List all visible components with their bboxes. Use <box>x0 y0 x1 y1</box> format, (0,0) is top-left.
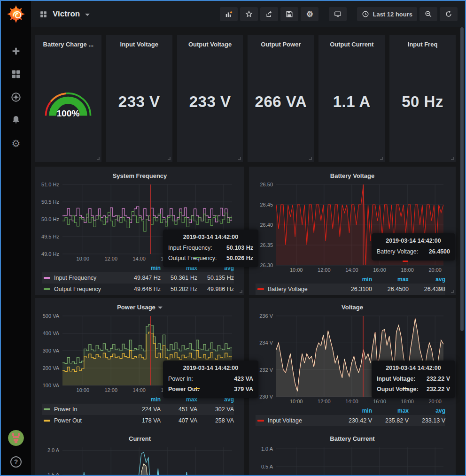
series-swatch <box>403 388 408 389</box>
svg-text:234 V: 234 V <box>259 340 273 345</box>
series-swatch[interactable] <box>44 288 50 290</box>
create-icon[interactable] <box>10 46 22 57</box>
resize-handle[interactable] <box>97 157 100 160</box>
legend-row: Battery Voltage 26.310026.450026.4398 <box>256 284 445 295</box>
panel-title[interactable]: Battery Charge ... <box>35 38 101 50</box>
alerting-bell-icon[interactable] <box>10 115 22 126</box>
legend-row: Input Frequency 49.847 Hz50.361 Hz50.135… <box>42 272 234 284</box>
add-panel-button[interactable] <box>220 7 238 21</box>
series-swatch[interactable] <box>44 277 50 279</box>
time-range-label: Last 12 hours <box>373 11 412 18</box>
explore-icon[interactable] <box>10 92 22 103</box>
svg-text:236 V: 236 V <box>259 313 273 319</box>
configuration-gear-icon[interactable]: ⚙ <box>10 138 22 149</box>
series-label[interactable]: Power In <box>54 406 77 413</box>
series-label[interactable]: Output Frequency <box>54 286 101 292</box>
svg-text:232 V: 232 V <box>259 367 273 373</box>
svg-text:10:00: 10:00 <box>77 387 90 393</box>
tooltip-battery-voltage: 2019-03-14 14:42:00 Battery Voltage:26.4… <box>372 233 455 261</box>
svg-text:51.0 Hz: 51.0 Hz <box>41 182 59 187</box>
stat-value: 266 VA <box>248 50 314 162</box>
panel-title[interactable]: Voltage <box>249 301 456 313</box>
series-label[interactable]: Power Out <box>54 417 82 424</box>
svg-text:26.45: 26.45 <box>260 202 273 207</box>
panel-menu-caret-icon <box>158 307 163 309</box>
panel-battery-current: Battery Current 10:0012:0014:0016:0018:0… <box>249 430 456 475</box>
svg-text:1.0 A: 1.0 A <box>261 446 273 452</box>
panel-title[interactable]: Current <box>35 432 244 445</box>
resize-handle[interactable] <box>380 157 383 160</box>
refresh-button[interactable] <box>440 7 458 21</box>
resize-handle[interactable] <box>451 290 454 293</box>
panel-title[interactable]: System Frequency <box>35 169 244 182</box>
legend-row: Power In 224 VA451 VA302 VA <box>42 404 234 415</box>
resize-handle[interactable] <box>168 157 171 160</box>
svg-text:300 VA: 300 VA <box>43 348 60 353</box>
series-swatch[interactable] <box>257 420 264 422</box>
svg-text:12:00: 12:00 <box>104 256 117 261</box>
legend: minmaxavg Battery Voltage 26.310026.4500… <box>249 274 456 295</box>
svg-text:50.0 Hz: 50.0 Hz <box>41 216 59 222</box>
svg-text:26.35: 26.35 <box>260 242 273 248</box>
svg-text:12:00: 12:00 <box>104 387 117 393</box>
monitor-icon <box>334 10 342 18</box>
panel-title[interactable]: Output Power <box>248 38 314 50</box>
svg-text:10:00: 10:00 <box>77 256 90 261</box>
resize-handle[interactable] <box>238 157 241 160</box>
tv-mode-button[interactable] <box>329 7 347 21</box>
panel-title[interactable]: Output Voltage <box>177 38 243 50</box>
series-label[interactable]: Input Voltage <box>268 417 302 424</box>
resize-handle[interactable] <box>309 157 312 160</box>
settings-button[interactable]: ⚙ <box>301 7 318 21</box>
stat-value: 1.1 A <box>318 50 385 162</box>
current-graph[interactable]: 10:0012:0014:0016:0018:0020:002.0 A1.5 A <box>35 445 244 475</box>
series-swatch[interactable] <box>257 288 264 290</box>
series-label[interactable]: Input Frequency <box>54 275 96 281</box>
svg-text:20:00: 20:00 <box>428 267 442 273</box>
share-icon <box>265 10 273 18</box>
panel-title[interactable]: Power Usage <box>35 301 244 313</box>
svg-text:500 VA: 500 VA <box>43 313 60 319</box>
series-label[interactable]: Battery Voltage <box>268 286 308 292</box>
svg-text:20:00: 20:00 <box>428 399 442 404</box>
resize-handle[interactable] <box>451 157 454 160</box>
panel-title[interactable]: Output Current <box>318 38 385 50</box>
svg-text:18:00: 18:00 <box>401 267 414 273</box>
svg-text:14:00: 14:00 <box>132 256 146 261</box>
series-swatch[interactable] <box>44 420 50 422</box>
share-button[interactable] <box>260 7 278 21</box>
time-range-picker[interactable]: Last 12 hours <box>357 7 417 21</box>
svg-text:26.40: 26.40 <box>260 222 273 228</box>
panel-title[interactable]: Input Voltage <box>106 38 172 50</box>
grafana-logo[interactable] <box>6 4 26 24</box>
legend: minmaxavg Input Frequency 49.847 Hz50.36… <box>35 262 244 295</box>
panel-title[interactable]: Input Freq <box>389 38 456 50</box>
panel-title[interactable]: Battery Voltage <box>249 169 456 182</box>
series-swatch <box>194 257 200 258</box>
svg-text:10:00: 10:00 <box>290 399 303 404</box>
resize-handle[interactable] <box>240 290 242 293</box>
dashboard-picker[interactable]: Victron <box>39 9 90 19</box>
zoom-out-button[interactable] <box>419 7 437 21</box>
stat-value: 233 V <box>177 50 243 162</box>
svg-text:18:00: 18:00 <box>401 399 414 404</box>
panel-title[interactable]: Battery Current <box>249 432 456 445</box>
svg-text:12:00: 12:00 <box>318 399 331 404</box>
legend-row: Input Voltage 230.42 V235.82 V233.13 V <box>256 415 445 426</box>
series-swatch[interactable] <box>44 408 50 410</box>
help-icon[interactable]: ? <box>10 456 22 468</box>
dashboard-title: Victron <box>53 9 80 19</box>
scrollbar-thumb[interactable] <box>460 27 464 331</box>
panel-battery-voltage: Battery Voltage 10:0012:0014:0016:0018:0… <box>249 167 456 295</box>
legend: minmaxavg Power In 224 VA451 VA302 VA Po… <box>35 394 244 426</box>
dashboard-grid-icon <box>39 10 47 18</box>
dashboards-icon[interactable] <box>10 69 22 80</box>
battery-current-graph[interactable]: 10:0012:0014:0016:0018:0020:001.0 A0.5 A <box>249 445 456 475</box>
user-avatar[interactable] <box>8 430 24 446</box>
zoom-out-icon <box>425 10 432 18</box>
star-button[interactable] <box>240 7 258 21</box>
svg-text:0.5 A: 0.5 A <box>261 464 273 469</box>
navbar: Victron ⚙ Last 12 hours <box>31 1 465 27</box>
svg-text:230 V: 230 V <box>259 394 273 399</box>
save-button[interactable] <box>280 7 298 21</box>
